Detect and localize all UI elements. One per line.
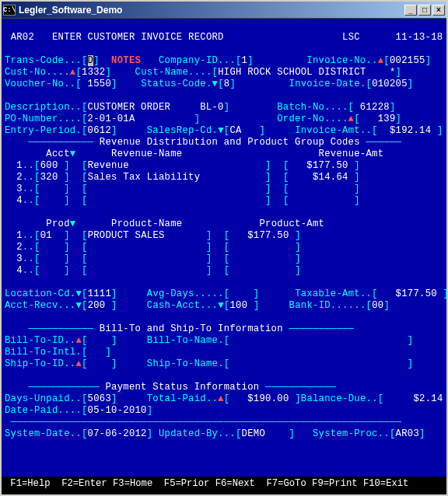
row-num: 2 bbox=[16, 172, 23, 183]
down-icon: ▼ bbox=[75, 288, 82, 299]
prod-name-field: PRODUCT SALES bbox=[88, 230, 206, 241]
prod-field[interactable] bbox=[40, 265, 64, 276]
acct-field[interactable]: 600 bbox=[40, 160, 64, 171]
prod-field[interactable] bbox=[40, 242, 64, 253]
cust-no-label: Cust-No.... bbox=[5, 67, 70, 78]
company-label: Company-ID...[ bbox=[159, 55, 242, 66]
down-icon: ▼ bbox=[212, 79, 219, 89]
close-button[interactable]: × bbox=[432, 5, 445, 16]
down-icon: ▼ bbox=[218, 125, 224, 136]
fkey-f10[interactable]: F10=Exit bbox=[363, 478, 409, 489]
minimize-button[interactable]: _ bbox=[404, 5, 417, 16]
trans-code-label: Trans-Code...[ bbox=[5, 55, 88, 66]
ship-to-id-label: Ship-To-ID.. bbox=[5, 358, 75, 369]
ship-to-name-label: Ship-To-Name.[ bbox=[147, 358, 230, 369]
ship-to-id-field[interactable] bbox=[88, 358, 111, 369]
bill-to-id-field[interactable] bbox=[88, 335, 111, 346]
location-cd-label: Location-Cd. bbox=[5, 288, 75, 299]
revenue-section-title: Revenue Distribution and Product Group C… bbox=[100, 137, 360, 148]
function-key-bar: F1=Help F2=Enter F3=Home F5=Prior F6=Nex… bbox=[2, 477, 446, 490]
titlebar: C:\ Legler_Software_Demo _ □ × bbox=[2, 2, 446, 19]
po-number-field[interactable]: 2-01-01A bbox=[88, 114, 194, 124]
voucher-no-field[interactable]: 1550 bbox=[82, 79, 111, 89]
acct-field[interactable] bbox=[40, 183, 64, 194]
app-window: C:\ Legler_Software_Demo _ □ × AR02 ENTE… bbox=[0, 0, 448, 496]
prod-field[interactable] bbox=[40, 253, 64, 264]
taxable-amt-field: $177.50 bbox=[378, 288, 443, 299]
taxable-amt-label: Taxable-Amt..[ bbox=[295, 288, 378, 299]
avg-days-field[interactable] bbox=[229, 288, 253, 299]
row-num: 1 bbox=[16, 160, 23, 171]
fkey-f7[interactable]: F7=GoTo bbox=[267, 478, 306, 489]
invoice-amt-label: Invoice-Amt..[ bbox=[295, 125, 378, 136]
avg-days-label: Avg-Days.....[ bbox=[147, 288, 230, 299]
maximize-button[interactable]: □ bbox=[418, 5, 431, 16]
up-icon: ▲ bbox=[218, 393, 224, 404]
col-prod-name: Product-Name bbox=[111, 218, 182, 229]
prod-amt-field bbox=[229, 265, 295, 276]
batch-no-field[interactable]: 61228 bbox=[354, 102, 390, 113]
rev-amt-field: $177.50 bbox=[289, 160, 355, 171]
salesrep-label: SalesRep-Cd. bbox=[147, 125, 218, 136]
down-icon: ▼ bbox=[218, 300, 224, 311]
acct-recv-field[interactable]: 200 bbox=[88, 300, 111, 311]
bill-to-intl-field[interactable] bbox=[88, 347, 106, 358]
terminal-screen[interactable]: AR02 ENTER CUSTOMER INVOICE RECORD LSC 1… bbox=[2, 19, 446, 477]
order-no-field[interactable]: 139 bbox=[360, 114, 396, 124]
fkey-f1[interactable]: F1=Help bbox=[10, 478, 50, 489]
invoice-no-field[interactable]: 002155 bbox=[390, 55, 425, 66]
rev-amt-field bbox=[289, 195, 355, 206]
order-no-label: Order-No.... bbox=[277, 114, 348, 124]
billship-section-title: Bill-To and Ship-To Information bbox=[100, 323, 283, 334]
prod-name-field bbox=[88, 253, 206, 264]
cust-no-field[interactable]: 1332 bbox=[82, 67, 105, 78]
rev-amt-field bbox=[289, 183, 355, 194]
row-num: 3 bbox=[16, 183, 23, 194]
col-acct: Acct bbox=[46, 148, 69, 159]
col-rev-amt: Revenue-Amt bbox=[319, 148, 384, 159]
fkey-f3[interactable]: F3=Home bbox=[113, 478, 152, 489]
col-prod-amt: Product-Amt bbox=[259, 218, 324, 229]
header-date: 11-13-18 bbox=[396, 32, 443, 43]
acct-field[interactable]: 320 bbox=[40, 172, 64, 183]
updated-by-field: DEMO bbox=[242, 428, 289, 439]
system-date-field: 07-06-2012 bbox=[88, 428, 147, 439]
col-prod: Prod bbox=[46, 218, 69, 229]
prod-name-field bbox=[88, 265, 206, 276]
bill-to-name-label: Bill-To-Name.[ bbox=[147, 335, 230, 346]
fkey-f2[interactable]: F2=Enter bbox=[61, 478, 107, 489]
fkey-f6[interactable]: F6=Next bbox=[215, 478, 255, 489]
location-cd-field[interactable]: 1111 bbox=[88, 288, 111, 299]
acct-field[interactable] bbox=[40, 195, 64, 206]
description-label: Description..[ bbox=[5, 102, 88, 113]
notes-label: NOTES bbox=[111, 55, 141, 66]
cash-acct-label: Cash-Acct... bbox=[147, 300, 218, 311]
prod-amt-field: $177.50 bbox=[229, 230, 295, 241]
row-num: 2 bbox=[16, 242, 23, 253]
bottom-border bbox=[2, 490, 446, 494]
rev-name-field: Sales Tax Liability bbox=[88, 172, 265, 183]
total-paid-field: $190.00 bbox=[229, 393, 295, 404]
payment-section-title: Payment Status Information bbox=[105, 382, 259, 393]
status-code-label: Status-Code. bbox=[141, 79, 212, 89]
row-num: 4 bbox=[16, 195, 23, 206]
cash-acct-field[interactable]: 100 bbox=[229, 300, 253, 311]
invoice-date-field[interactable]: 010205 bbox=[372, 79, 408, 89]
prod-field[interactable]: 01 bbox=[40, 230, 64, 241]
row-num: 3 bbox=[16, 253, 23, 264]
fkey-f9[interactable]: F9=Print bbox=[312, 478, 358, 489]
bill-to-name-field bbox=[229, 335, 407, 346]
bank-id-field[interactable]: 00 bbox=[372, 300, 383, 311]
rev-name-field bbox=[88, 195, 265, 206]
entry-period-field[interactable]: 0612 bbox=[88, 125, 111, 136]
prod-name-field bbox=[88, 242, 206, 253]
entry-period-label: Entry-Period.[ bbox=[5, 125, 88, 136]
prod-amt-field bbox=[229, 242, 295, 253]
cust-name-label: Cust-Name....[ bbox=[135, 67, 219, 78]
description-field[interactable]: CUSTOMER ORDER BL-0 bbox=[88, 102, 224, 113]
window-title: Legler_Software_Demo bbox=[19, 5, 403, 16]
salesrep-field[interactable]: CA bbox=[229, 125, 259, 136]
date-paid-label: Date-Paid....[ bbox=[5, 405, 88, 416]
fkey-f5[interactable]: F5=Prior bbox=[164, 478, 210, 489]
total-paid-label: Total-Paid.. bbox=[147, 393, 218, 404]
